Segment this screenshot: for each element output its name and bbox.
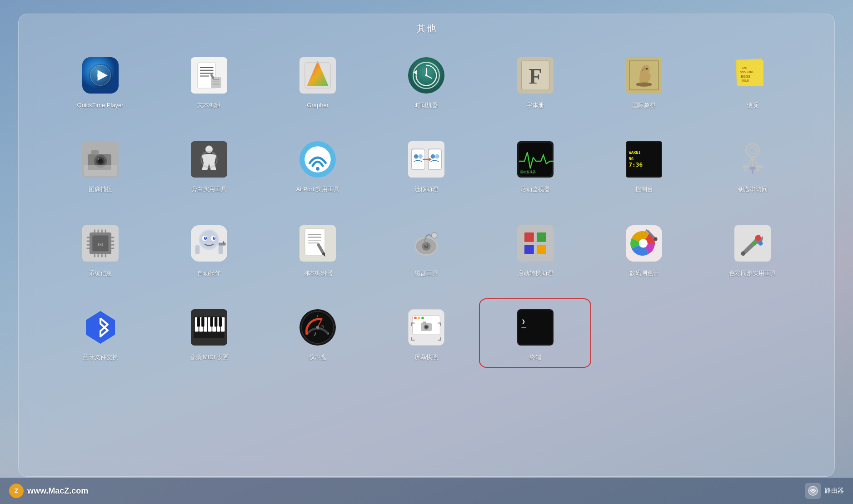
app-icon-activitymonitor: 活动监视器 xyxy=(513,137,558,182)
app-item-audiomidi[interactable]: 音频 MIDI 设置 xyxy=(155,300,263,366)
app-item-imagecapture[interactable]: 图像捕捉 xyxy=(46,132,155,198)
app-item-airport[interactable]: AirPort 实用工具 xyxy=(264,132,372,198)
svg-rect-156 xyxy=(201,317,204,326)
svg-text:7:36: 7:36 xyxy=(629,161,643,168)
app-item-bluetooth[interactable]: 蓝牙文件交换 xyxy=(46,300,155,366)
app-icon-instruments: ♪ @ xyxy=(295,305,340,350)
svg-point-142 xyxy=(755,235,761,241)
app-item-texteditor[interactable]: 文本编辑 xyxy=(155,48,263,114)
app-item-screenshot[interactable]: 屏幕快照 xyxy=(372,300,481,366)
svg-rect-90 xyxy=(111,237,114,238)
app-label-migration: 迁移助理 xyxy=(414,186,438,193)
svg-rect-82 xyxy=(752,169,753,174)
app-item-timemachine[interactable]: 时间机器 xyxy=(372,48,481,114)
app-label-grapher: Grapher xyxy=(307,102,329,109)
svg-rect-130 xyxy=(524,232,534,242)
svg-text:♪: ♪ xyxy=(314,329,317,336)
svg-rect-78 xyxy=(758,168,759,172)
svg-point-56 xyxy=(419,154,423,159)
svg-point-176 xyxy=(425,326,428,328)
app-item-keychain[interactable]: 钥匙串访问 xyxy=(698,132,807,198)
app-item-migration[interactable]: 迁移助理 xyxy=(372,132,481,198)
svg-rect-97 xyxy=(105,229,106,232)
svg-text:NG: NG xyxy=(629,156,634,161)
app-item-sysinfo[interactable]: SYS 系统信息 xyxy=(46,216,155,282)
app-icon-scripteditor xyxy=(295,221,340,266)
svg-point-59 xyxy=(431,154,435,159)
app-item-diskutility[interactable]: 磁盘工具 xyxy=(372,216,481,282)
app-icon-imagecapture xyxy=(78,137,123,182)
app-label-accessibility: 旁白实用工具 xyxy=(191,186,227,193)
app-item-chess[interactable]: 国际象棋 xyxy=(589,48,698,114)
svg-point-143 xyxy=(758,241,763,246)
macz-url: www.MacZ.com xyxy=(27,486,88,496)
svg-rect-94 xyxy=(94,229,95,232)
svg-rect-91 xyxy=(111,240,114,242)
app-label-imagecapture: 图像捕捉 xyxy=(89,186,112,193)
luyouqi-logo xyxy=(805,483,821,499)
svg-rect-115 xyxy=(223,241,224,244)
app-item-scripteditor[interactable]: 脚本编辑器 xyxy=(264,216,372,282)
app-item-stickies[interactable]: Lou 555-7361 EGGS MILK 便笺 xyxy=(698,48,807,114)
svg-rect-98 xyxy=(94,254,95,257)
app-label-automator: 自动操作 xyxy=(197,270,221,277)
svg-marker-145 xyxy=(86,311,115,344)
svg-rect-96 xyxy=(101,229,102,232)
svg-rect-159 xyxy=(219,317,222,326)
svg-rect-77 xyxy=(756,165,763,168)
svg-point-60 xyxy=(435,154,440,159)
app-icon-colorsync xyxy=(730,221,775,266)
svg-text:@: @ xyxy=(321,323,324,329)
macz-logo: Z xyxy=(9,484,24,498)
svg-point-173 xyxy=(422,316,424,319)
svg-text:❯: ❯ xyxy=(521,318,525,325)
app-item-bootcamp[interactable]: 启动转换助理 xyxy=(481,216,589,282)
app-icon-automator xyxy=(186,221,232,266)
svg-point-183 xyxy=(813,492,814,494)
main-panel: 其他 QuickTime Player 文本编辑 xyxy=(18,14,835,477)
app-item-grapher[interactable]: Grapher xyxy=(264,48,372,114)
svg-point-138 xyxy=(654,237,658,241)
svg-point-70 xyxy=(746,143,759,157)
svg-text:Lou: Lou xyxy=(742,66,747,70)
app-item-instruments[interactable]: ♪ @ 仪表盘 xyxy=(264,300,372,366)
svg-point-30 xyxy=(636,82,652,87)
svg-rect-79 xyxy=(756,169,758,171)
svg-point-141 xyxy=(741,251,746,256)
app-item-terminal[interactable]: _ ❯ 终端 xyxy=(481,300,589,366)
svg-rect-157 xyxy=(210,317,213,326)
apps-grid: QuickTime Player 文本编辑 Grapher xyxy=(19,35,834,375)
app-label-quicktime: QuickTime Player xyxy=(77,102,124,109)
svg-point-71 xyxy=(749,147,756,154)
svg-text:F: F xyxy=(529,64,542,88)
app-item-automator[interactable]: 自动操作 xyxy=(155,216,263,282)
svg-rect-88 xyxy=(86,244,89,245)
svg-rect-158 xyxy=(214,317,217,326)
svg-text:MILK: MILK xyxy=(742,79,749,83)
svg-point-136 xyxy=(639,239,648,247)
svg-rect-95 xyxy=(97,229,99,232)
bottom-bar: Z www.MacZ.com 路由器 xyxy=(0,478,853,504)
app-label-chess: 国际象棋 xyxy=(632,102,656,109)
svg-rect-112 xyxy=(195,245,200,254)
app-item-accessibility[interactable]: 旁白实用工具 xyxy=(155,132,263,198)
svg-rect-113 xyxy=(219,245,223,254)
svg-rect-74 xyxy=(745,168,746,172)
app-icon-accessibility xyxy=(186,137,232,182)
app-item-quicktime[interactable]: QuickTime Player xyxy=(46,48,155,114)
app-item-fontbook[interactable]: F 字体册 xyxy=(481,48,589,114)
app-item-colorimeter[interactable]: 数码测色计 xyxy=(589,216,698,282)
svg-rect-92 xyxy=(111,244,114,245)
app-icon-console: WARNI NG 7:36 xyxy=(621,137,667,182)
app-item-colorsync[interactable]: 色彩同步实用工具 xyxy=(698,216,807,282)
app-icon-airport xyxy=(295,137,340,182)
svg-point-172 xyxy=(418,316,421,319)
svg-rect-177 xyxy=(423,321,426,324)
page-container: 其他 QuickTime Player 文本编辑 xyxy=(0,0,853,504)
svg-point-24 xyxy=(425,74,428,77)
app-item-console[interactable]: WARNI NG 7:36 控制台 xyxy=(589,132,698,198)
svg-rect-101 xyxy=(105,254,106,257)
svg-rect-11 xyxy=(211,77,221,88)
svg-rect-45 xyxy=(84,165,117,176)
app-item-activitymonitor[interactable]: 活动监视器 活动监视器 xyxy=(481,132,589,198)
